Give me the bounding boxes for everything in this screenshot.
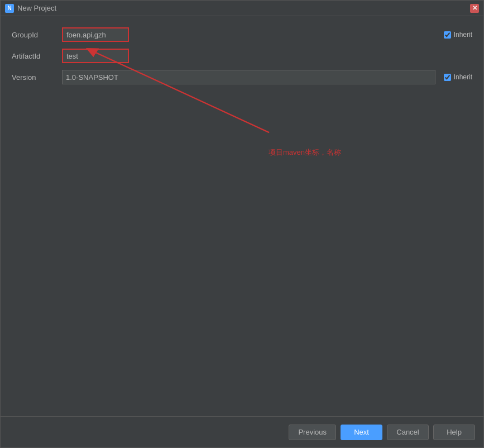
group-id-inherit: Inherit <box>444 31 472 39</box>
artifact-id-input[interactable] <box>62 49 129 63</box>
form-section: GroupId Inherit ArtifactId Version <box>12 27 472 84</box>
artifact-id-row: ArtifactId <box>12 49 472 63</box>
version-inherit-checkbox[interactable] <box>444 74 451 81</box>
window-icon: N <box>5 4 14 13</box>
artifact-id-label: ArtifactId <box>12 52 56 60</box>
footer: Previous Next Cancel Help <box>1 416 483 447</box>
next-button[interactable]: Next <box>341 425 382 440</box>
version-row: Version Inherit <box>12 70 472 84</box>
annotation-text: 项目maven坐标，名称 <box>269 147 341 158</box>
version-inherit-label: Inherit <box>454 73 472 81</box>
group-id-row: GroupId Inherit <box>12 27 472 42</box>
group-id-inherit-checkbox[interactable] <box>444 31 451 39</box>
window-title: New Project <box>17 4 56 12</box>
group-id-label: GroupId <box>12 31 56 39</box>
title-bar: N New Project ✕ <box>1 1 483 16</box>
title-bar-left: N New Project <box>5 4 56 13</box>
group-id-input[interactable] <box>62 27 129 42</box>
previous-button[interactable]: Previous <box>289 425 336 440</box>
version-label: Version <box>12 73 56 82</box>
annotation-arrow-svg <box>1 33 483 416</box>
annotation-container: 项目maven坐标，名称 <box>1 33 483 416</box>
version-input[interactable] <box>62 70 435 84</box>
new-project-window: N New Project ✕ GroupId Inherit Artifact… <box>0 0 484 448</box>
close-button[interactable]: ✕ <box>470 4 479 13</box>
group-id-inherit-label: Inherit <box>454 31 472 39</box>
version-inherit: Inherit <box>444 73 472 81</box>
cancel-button[interactable]: Cancel <box>387 425 429 440</box>
content-area: GroupId Inherit ArtifactId Version <box>1 16 483 416</box>
help-button[interactable]: Help <box>433 425 475 440</box>
